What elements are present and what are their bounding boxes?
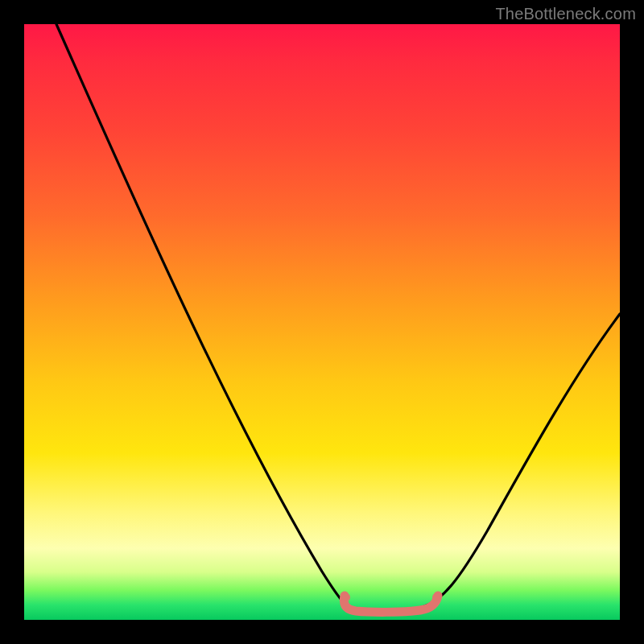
plot-area (24, 24, 620, 620)
flat-bottom-highlight (344, 596, 438, 612)
chart-frame: TheBottleneck.com (0, 0, 644, 644)
curve-path (56, 24, 620, 611)
watermark-text: TheBottleneck.com (495, 5, 636, 23)
flat-bottom-dot (432, 593, 440, 601)
bottleneck-curve (24, 24, 620, 620)
flat-bottom-dot (342, 593, 350, 601)
